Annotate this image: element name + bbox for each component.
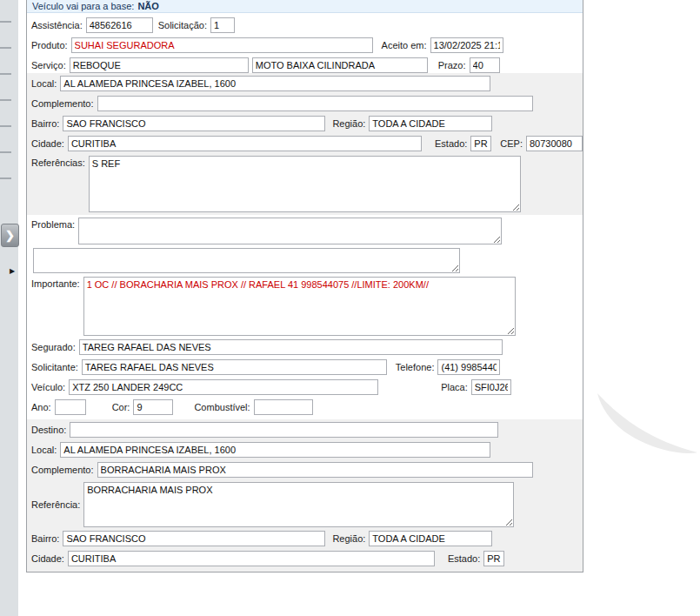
destino-label: Destino: [31,425,66,435]
section-problem-parties: Problema: Importante: Segurado: Solicita… [27,215,583,419]
local-label: Local: [31,78,57,89]
row-observacao [31,248,583,273]
produto-input[interactable] [71,37,373,53]
destino-cidade-input[interactable] [68,551,435,566]
aceito-em-label: Aceito em: [382,40,427,50]
telefone-label: Telefone: [396,362,435,372]
destino-bairro-input[interactable] [63,531,325,546]
bairro-label: Bairro: [31,118,59,129]
estado-input[interactable] [470,136,491,151]
local-input[interactable] [60,76,490,91]
row-cidade: Cidade: Estado: CEP: [31,136,583,151]
row-destino-cidade: Cidade: Estado: [31,551,583,566]
banner-value: NÃO [137,1,158,11]
servico-detalhe-input[interactable] [252,57,428,73]
strip-dash [0,177,11,179]
placa-label: Placa: [441,382,468,392]
prazo-input[interactable] [470,57,500,73]
row-solicitante: Solicitante: Telefone: [31,359,583,375]
strip-dash [0,47,11,49]
segurado-label: Segurado: [31,342,76,352]
solicitante-input[interactable] [82,359,387,375]
destino-regiao-label: Região: [332,533,365,544]
row-destino-referencia: Referência: [31,482,583,527]
destino-estado-input[interactable] [483,551,504,566]
destino-complemento-input[interactable] [97,462,533,478]
referencias-textarea[interactable] [89,156,521,212]
cor-input[interactable] [133,399,173,415]
destino-complemento-label: Complemento: [31,465,94,475]
regiao-input[interactable] [369,116,492,131]
banner-label: Veículo vai para a base: [32,1,134,11]
destino-estado-label: Estado: [448,553,480,564]
row-importante: Importante: [31,277,583,336]
problema-textarea[interactable] [78,218,502,244]
prazo-label: Prazo: [438,60,466,70]
row-destino-complemento: Complemento: [31,462,583,478]
strip-dash [0,125,11,127]
destino-input[interactable] [70,422,498,438]
aceito-em-input[interactable] [430,37,503,53]
expand-sidebar-button[interactable]: ❯ [1,224,19,247]
servico-input[interactable] [70,57,249,73]
importante-textarea[interactable] [83,277,516,336]
importante-label: Importante: [31,277,80,289]
bairro-input[interactable] [63,116,325,131]
row-bairro: Bairro: Região: [31,116,583,131]
complemento-label: Complemento: [31,98,94,109]
assistance-form-panel: Veículo vai para a base: NÃO Assistência… [26,0,583,572]
solicitante-label: Solicitante: [31,362,78,372]
row-referencias: Referências: [31,156,583,212]
section-destination: Destino: Local: Complemento: Referência:… [27,419,583,572]
regiao-label: Região: [332,118,365,129]
strip-dash [0,99,11,101]
collapsed-side-strip: ❯ ▶ [0,0,18,616]
background-swoosh-decoration [595,392,700,457]
row-local: Local: [31,76,583,91]
veiculo-input[interactable] [69,379,378,395]
problema-label: Problema: [31,218,75,230]
collapse-handle-arrow-icon[interactable]: ▶ [10,267,15,275]
row-complemento: Complemento: [31,96,583,111]
referencias-label: Referências: [31,156,85,168]
destino-cidade-label: Cidade: [31,553,64,564]
section-origin-address: Local: Complemento: Bairro: Região: Cida… [27,73,583,215]
row-destino-bairro: Bairro: Região: [31,531,583,546]
destino-regiao-input[interactable] [369,531,492,546]
chevron-right-icon: ❯ [5,230,15,241]
destino-local-input[interactable] [60,442,490,458]
telefone-input[interactable] [437,359,500,375]
solicitacao-label: Solicitação: [158,20,207,30]
row-veiculo: Veículo: Placa: [31,379,583,395]
strip-dash [0,73,11,75]
assistencia-label: Assistência: [31,20,83,30]
combustivel-input[interactable] [254,399,313,415]
row-assistencia: Assistência: Solicitação: [31,17,583,33]
solicitacao-input[interactable] [210,17,235,33]
section-assistance-ids: Assistência: Solicitação: Produto: Aceit… [27,13,583,73]
produto-label: Produto: [31,40,68,50]
assistencia-input[interactable] [86,17,153,33]
ano-input[interactable] [55,399,86,415]
observacao-textarea[interactable] [33,248,460,273]
segurado-input[interactable] [79,339,503,355]
cidade-input[interactable] [68,136,422,151]
ano-label: Ano: [31,402,51,412]
row-destino-local: Local: [31,442,583,458]
row-produto: Produto: Aceito em: [31,37,583,53]
row-destino: Destino: [31,422,583,438]
destino-bairro-label: Bairro: [31,533,59,544]
vehicle-to-base-banner: Veículo vai para a base: NÃO [27,0,583,13]
placa-input[interactable] [471,379,511,395]
destino-local-label: Local: [31,445,57,455]
row-segurado: Segurado: [31,339,583,355]
servico-label: Serviço: [31,60,66,70]
row-servico: Serviço: Prazo: [31,57,583,73]
estado-label: Estado: [435,138,467,149]
destino-referencia-label: Referência: [31,499,80,510]
strip-dash [0,21,11,23]
destino-referencia-textarea[interactable] [83,482,514,527]
cep-input[interactable] [526,136,583,151]
complemento-input[interactable] [97,96,533,111]
row-ano-cor-combustivel: Ano: Cor: Combustível: [31,399,583,415]
